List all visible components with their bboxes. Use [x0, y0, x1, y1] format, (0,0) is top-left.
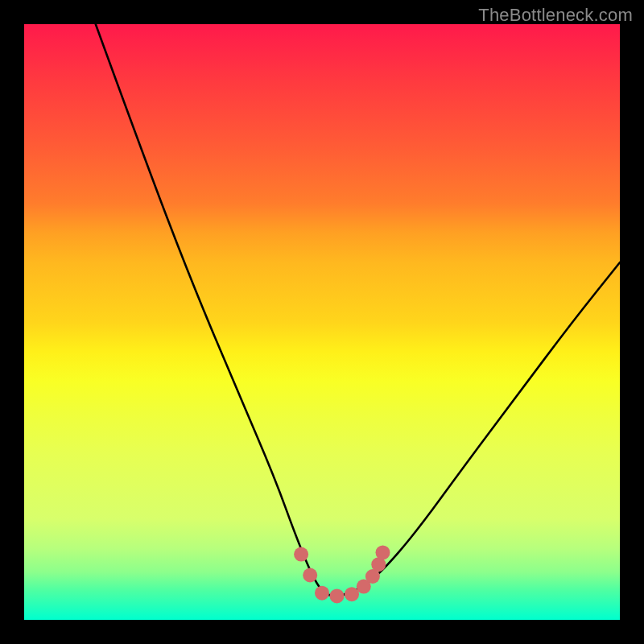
curve-layer — [96, 24, 620, 596]
chart-svg — [24, 24, 620, 620]
highlight-marker — [294, 547, 308, 562]
highlight-marker — [303, 568, 317, 583]
highlight-marker — [376, 545, 390, 559]
marker-layer — [294, 545, 390, 603]
plot-area — [24, 24, 620, 620]
highlight-marker — [315, 586, 329, 601]
highlight-marker — [330, 588, 345, 603]
bottleneck-curve — [96, 24, 620, 596]
chart-frame: TheBottleneck.com — [0, 0, 644, 644]
highlight-marker — [345, 587, 359, 601]
watermark-text: TheBottleneck.com — [478, 5, 633, 26]
